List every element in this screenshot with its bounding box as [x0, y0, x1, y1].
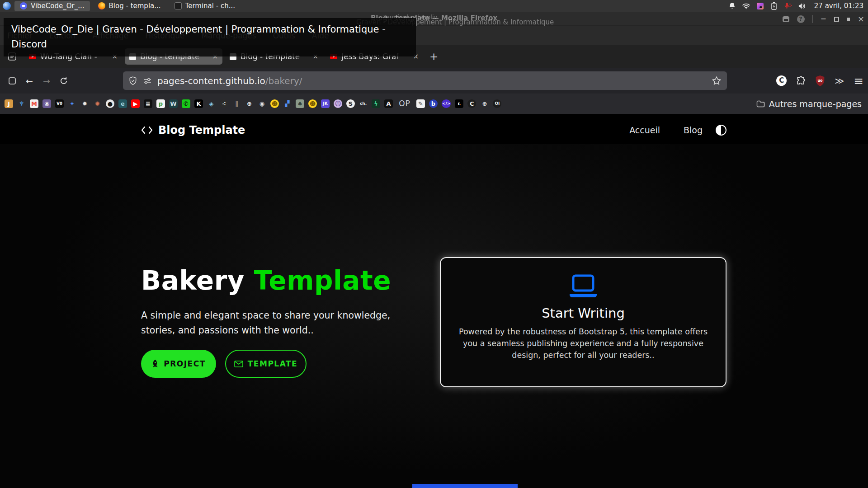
tracking-shield-icon[interactable] — [128, 76, 137, 85]
nav-link-accueil[interactable]: Accueil — [629, 125, 660, 135]
media-icon[interactable] — [756, 2, 764, 10]
bookmark-favicon-34[interactable]: </> — [442, 99, 451, 108]
bookmark-favicon-3[interactable]: ❀ — [42, 99, 51, 108]
hero-title-green: Template — [254, 265, 391, 296]
close-button[interactable]: × — [858, 15, 864, 23]
nav-link-blog[interactable]: Blog — [684, 125, 703, 135]
bookmark-favicon-2[interactable]: M — [30, 99, 38, 108]
start-writing-card: Start Writing Powered by the robustness … — [440, 257, 726, 387]
bookmark-favicon-17[interactable]: ⁖ — [220, 99, 228, 108]
bookmark-favicon-14[interactable]: ✆ — [182, 99, 190, 108]
bookmark-favicon-6[interactable]: ✹ — [80, 99, 89, 108]
site-nav: AccueilBlog — [629, 125, 703, 135]
theme-toggle-icon[interactable] — [715, 124, 727, 136]
rocket-icon — [151, 360, 159, 368]
bookmark-favicon-33[interactable]: b — [429, 99, 438, 108]
webpage: Blog Template AccueilBlog Bakery Templat… — [0, 114, 868, 488]
bookmark-favicon-10[interactable]: ▶ — [131, 99, 140, 108]
template-button-label: TEMPLATE — [248, 359, 297, 368]
project-button[interactable]: PROJECT — [141, 350, 216, 378]
bookmark-favicon-23[interactable]: ♠ — [296, 99, 304, 108]
applications-menu-icon[interactable] — [3, 2, 11, 10]
ublock-origin-icon[interactable]: uo — [815, 75, 825, 86]
menu-hamburger-icon[interactable]: ≡ — [854, 76, 863, 85]
bookmark-favicon-18[interactable]: ∥ — [232, 99, 241, 108]
window-button-label: Terminal - ch... — [185, 2, 235, 10]
tooltip-line-1: VibeCode_Or_Die | Graven - Développement… — [11, 22, 408, 37]
bookmark-favicon-26[interactable]: ☺ — [334, 99, 342, 108]
window-button-discord[interactable]: VibeCode_Or_... — [14, 1, 90, 11]
bell-icon[interactable] — [728, 2, 736, 10]
bookmark-favicon-27[interactable]: S — [346, 99, 355, 108]
bookmark-favicon-35[interactable]: r. — [455, 99, 463, 108]
forward-icon[interactable]: → — [42, 76, 52, 86]
screen: VibeCode_Or_...Blog - templa...Terminal … — [0, 0, 868, 488]
battery-icon[interactable] — [770, 2, 778, 10]
url-bar[interactable]: pages-content.github.io/bakery/ — [123, 71, 727, 90]
site-brand-label: Blog Template — [158, 124, 245, 136]
help-icon[interactable]: ? — [797, 15, 805, 23]
bookmark-favicon-11[interactable]: ≣ — [144, 99, 152, 108]
url-path: /bakery/ — [265, 75, 302, 86]
other-bookmarks-label: Autres marque-pages — [769, 99, 862, 109]
bookmark-favicon-0[interactable]: J — [5, 99, 13, 108]
extension-c-icon[interactable]: C — [776, 75, 787, 86]
bookmark-favicon-38[interactable]: OI — [493, 99, 501, 108]
system-top-bar: VibeCode_Or_...Blog - templa...Terminal … — [0, 0, 868, 12]
volume-icon[interactable] — [798, 2, 806, 10]
bookmark-favicon-32[interactable]: ✎ — [416, 99, 425, 108]
bookmark-favicon-28[interactable]: ch. — [359, 99, 368, 108]
bookmark-favicon-30[interactable]: A — [384, 99, 393, 108]
bookmark-favicon-22[interactable]: ▞ — [283, 99, 292, 108]
window-button-terminal[interactable]: Terminal - ch... — [169, 1, 241, 11]
overflow-chevrons-icon[interactable]: ≫ — [835, 75, 844, 86]
bookmark-star-icon[interactable] — [712, 76, 722, 86]
url-host: pages-content.github.io — [157, 75, 265, 86]
bookmark-favicon-25[interactable]: JK — [321, 99, 330, 108]
navigation-toolbar: ← → pages-content.github.io/bakery/ C uo — [0, 68, 868, 94]
site-brand[interactable]: Blog Template — [141, 124, 245, 136]
bookmark-favicon-20[interactable]: ◉ — [258, 99, 266, 108]
bookmark-favicon-9[interactable]: e — [118, 99, 127, 108]
firefox-view-icon[interactable] — [7, 76, 17, 86]
bookmark-favicon-37[interactable]: ⊕ — [480, 99, 489, 108]
bookmark-favicon-19[interactable]: ⊕ — [245, 99, 254, 108]
bookmark-favicon-8[interactable]: ● — [106, 99, 114, 108]
discord-icon — [20, 2, 27, 9]
picture-in-picture-icon[interactable] — [783, 16, 789, 22]
bookmark-favicon-24[interactable]: ☻ — [308, 99, 317, 108]
bookmark-favicon-4[interactable]: V0 — [55, 99, 64, 108]
bookmark-favicon-36[interactable]: C — [467, 99, 476, 108]
bookmark-favicon-16[interactable]: ◈ — [207, 99, 216, 108]
bookmark-favicon-5[interactable]: ✦ — [68, 99, 76, 108]
card-body: Powered by the robustness of Bootstrap 5… — [455, 326, 711, 361]
bookmark-favicon-29[interactable]: ϟ — [372, 99, 380, 108]
window-button-firefox[interactable]: Blog - templa... — [93, 1, 166, 11]
controls-divider — [812, 15, 813, 23]
project-button-label: PROJECT — [164, 359, 206, 368]
url-text[interactable]: pages-content.github.io/bakery/ — [157, 75, 302, 86]
permissions-icon[interactable] — [143, 76, 152, 85]
bookmark-favicon-31[interactable]: OP — [397, 99, 412, 108]
template-button[interactable]: TEMPLATE — [225, 350, 307, 378]
bookmark-favicon-1[interactable]: ♆ — [17, 99, 26, 108]
bookmark-favicon-13[interactable]: W — [169, 99, 178, 108]
minimize-button[interactable]: − — [821, 17, 826, 21]
other-bookmarks[interactable]: Autres marque-pages — [756, 99, 862, 109]
bookmark-favicon-15[interactable]: K — [194, 99, 203, 108]
mic-icon[interactable] — [784, 2, 792, 10]
bookmark-favicon-21[interactable]: ☻ — [270, 99, 279, 108]
reload-icon[interactable] — [59, 76, 69, 86]
back-icon[interactable]: ← — [24, 76, 34, 86]
wifi-icon[interactable] — [742, 2, 750, 10]
hero-section: Bakery Template A simple and elegant spa… — [0, 144, 868, 488]
extensions-puzzle-icon[interactable] — [796, 76, 806, 85]
extensions-row: C uo ≫ ≡ — [776, 68, 863, 94]
bookmark-favicon-7[interactable]: ✺ — [93, 99, 102, 108]
hero-title-white: Bakery — [141, 265, 254, 296]
card-title: Start Writing — [441, 305, 726, 321]
new-tab-button[interactable]: + — [429, 51, 438, 62]
maximize-button[interactable] — [847, 18, 850, 21]
restore-button[interactable] — [834, 17, 839, 22]
bookmark-favicon-12[interactable]: p — [156, 99, 165, 108]
